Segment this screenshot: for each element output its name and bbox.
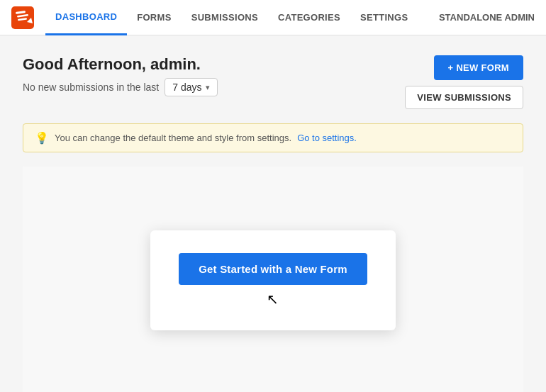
header-buttons: + NEW FORM VIEW SUBMISSIONS: [405, 55, 523, 109]
notice-bar: 💡 You can change the default theme and s…: [23, 123, 523, 152]
subtext-row: No new submissions in the last 7 days ▾: [23, 78, 218, 96]
new-form-button[interactable]: + NEW FORM: [434, 55, 523, 80]
nav-item-dashboard[interactable]: DASHBOARD: [45, 0, 127, 35]
navbar: DASHBOARD FORMS SUBMISSIONS CATEGORIES S…: [0, 0, 546, 35]
empty-state-area: Such emptiness! But fear not, create som…: [23, 167, 523, 392]
standalone-admin-link[interactable]: STANDALONE ADMIN: [439, 12, 535, 23]
svg-rect-0: [11, 6, 34, 29]
notice-icon: 💡: [35, 131, 49, 145]
view-submissions-button[interactable]: VIEW SUBMISSIONS: [405, 86, 523, 109]
greeting-section: Good Afternoon, admin. No new submission…: [23, 55, 218, 96]
nav-items: DASHBOARD FORMS SUBMISSIONS CATEGORIES S…: [45, 0, 439, 35]
main-content: Good Afternoon, admin. No new submission…: [0, 35, 546, 392]
nav-item-settings[interactable]: SETTINGS: [350, 0, 418, 35]
dropdown-arrow-icon: ▾: [206, 83, 210, 92]
subtext: No new submissions in the last: [23, 82, 159, 93]
modal-card: Get Started with a New Form ↖: [150, 230, 396, 330]
greeting-text: Good Afternoon, admin.: [23, 55, 218, 74]
cursor-icon: ↖: [267, 291, 279, 308]
get-started-button[interactable]: Get Started with a New Form: [179, 253, 367, 285]
days-dropdown[interactable]: 7 days ▾: [165, 78, 218, 96]
notice-text: You can change the default theme and sty…: [55, 133, 291, 143]
nav-item-categories[interactable]: CATEGORIES: [268, 0, 350, 35]
modal-overlay: Get Started with a New Form ↖: [23, 167, 523, 392]
days-label: 7 days: [172, 82, 201, 93]
notice-settings-link[interactable]: Go to settings.: [297, 133, 357, 143]
nav-item-forms[interactable]: FORMS: [127, 0, 181, 35]
nav-item-submissions[interactable]: SUBMISSIONS: [182, 0, 268, 35]
app-logo: [11, 6, 34, 29]
header-row: Good Afternoon, admin. No new submission…: [23, 55, 523, 109]
